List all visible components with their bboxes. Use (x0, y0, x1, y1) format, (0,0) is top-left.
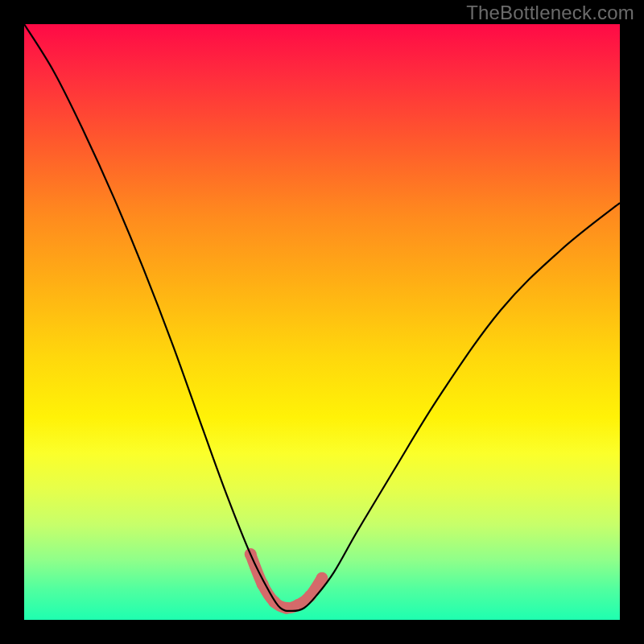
plot-area (24, 24, 620, 620)
curve-svg (24, 24, 620, 620)
valley-highlight-group (245, 548, 328, 614)
chart-frame: TheBottleneck.com (0, 0, 644, 644)
valley-dot (304, 590, 316, 602)
valley-dot (280, 602, 292, 614)
watermark-text: TheBottleneck.com (466, 2, 634, 24)
bottleneck-curve (24, 24, 620, 611)
